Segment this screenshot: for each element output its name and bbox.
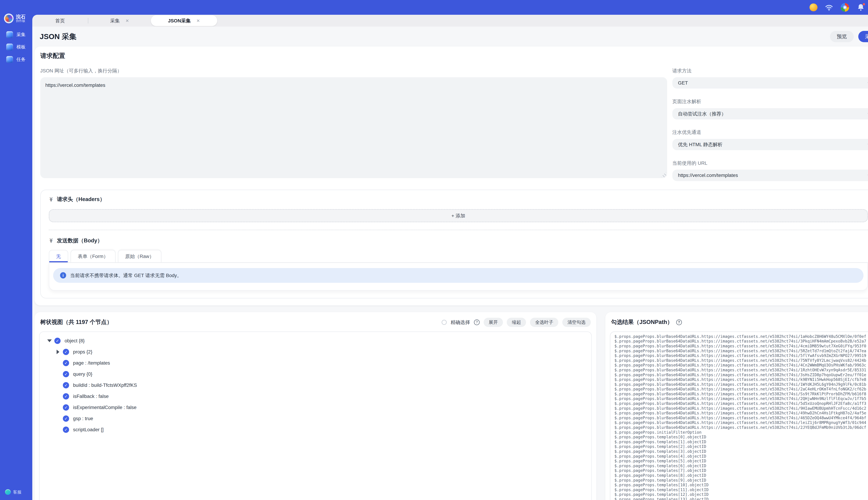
collect-button[interactable]: 采集: [858, 31, 868, 42]
jsonpath-line: $.props.pageProps.templates[7].objectID: [614, 468, 868, 473]
body-info-banner: i 当前请求不携带请求体。通常 GET 请求无需 Body。: [53, 268, 863, 283]
node-checkbox[interactable]: ✓: [63, 360, 69, 366]
info-icon: i: [60, 272, 66, 279]
node-checkbox[interactable]: ✓: [63, 416, 69, 422]
current-url-label: 当前使用的 URL: [672, 160, 868, 166]
jsonpath-result-card: 勾选结果（JSONPath） ? $.props.pageProps.blurB…: [605, 312, 868, 500]
jsonpath-line: $.props.pageProps.blurBase64DataURLs.htt…: [614, 363, 868, 368]
tree-node[interactable]: ✓object {8}: [39, 335, 591, 346]
body-tab-form[interactable]: 表单（Form）: [70, 250, 116, 262]
node-checkbox[interactable]: ✓: [63, 427, 69, 433]
close-tab-icon[interactable]: ✕: [126, 18, 129, 23]
jsonpath-line: $.props.pageProps.templates[11].objectID: [614, 488, 868, 492]
jsonpath-line: $.props.pageProps.blurBase64DataURLs.htt…: [614, 411, 868, 416]
tree-node[interactable]: ✓query {0}: [39, 368, 591, 380]
request-config-card: 请求配置 JSON 网址（可多行输入，换行分隔） https://vercel.…: [35, 46, 868, 305]
tab-json-collect[interactable]: JSON采集✕: [151, 15, 217, 26]
close-tab-icon[interactable]: ✕: [196, 18, 200, 23]
node-checkbox[interactable]: ✓: [63, 371, 69, 377]
body-tab-raw[interactable]: 原始（Raw）: [118, 250, 161, 262]
node-label: isFallback : false: [73, 394, 109, 399]
hydration-select[interactable]: 自动尝试注水（推荐）: [672, 108, 868, 120]
jsonpath-line: $.props.pageProps.blurBase64DataURLs.htt…: [614, 420, 868, 425]
node-checkbox[interactable]: ✓: [63, 382, 69, 388]
coin-icon[interactable]: [810, 3, 818, 11]
tab-label: JSON采集: [168, 18, 191, 24]
page-header: JSON 采集 预览 采集: [35, 26, 868, 46]
body-tabs: 无表单（Form）原始（Raw）: [49, 250, 868, 263]
browser-icon[interactable]: [841, 3, 849, 12]
sidebar-item-collect[interactable]: 采集: [0, 28, 32, 41]
notification-bell-icon[interactable]: [857, 3, 865, 12]
priority-select[interactable]: 优先 HTML 静态解析: [672, 139, 868, 150]
headers-body-box: ≫ 请求头（Headers） + 添加 ≫ 发送数据（Body） 无表单（For…: [40, 190, 868, 299]
json-url-area: https://vercel.com/templates: [40, 77, 667, 178]
node-label: gsp : true: [73, 416, 93, 421]
jsonpath-line: $.props.pageProps.templates[13].objectID: [614, 497, 868, 500]
node-label: object {8}: [65, 338, 85, 343]
sidebar-item-label: 采集: [16, 32, 25, 38]
divider: [49, 230, 868, 230]
app-title: 浣石: [16, 14, 25, 19]
clear-selection-button[interactable]: 清空勾选: [562, 318, 591, 327]
node-label: props {2}: [73, 349, 92, 355]
node-checkbox[interactable]: ✓: [63, 349, 69, 355]
support-label: 客服: [13, 489, 22, 495]
jsonpath-line: $.props.pageProps.blurBase64DataURLs.htt…: [614, 377, 868, 382]
page-title: JSON 采集: [40, 32, 77, 42]
add-header-button[interactable]: + 添加: [49, 209, 868, 222]
jsonpath-line: $.props.pageProps.blurBase64DataURLs.htt…: [614, 425, 868, 430]
caret-down-icon[interactable]: [47, 339, 52, 342]
tree-node[interactable]: ✓gsp : true: [39, 413, 591, 424]
tab-label: 首页: [55, 18, 65, 24]
tab-home[interactable]: 首页: [32, 15, 88, 27]
network-icon[interactable]: [825, 3, 833, 12]
help-icon[interactable]: ?: [474, 319, 480, 325]
tree-node[interactable]: ✓isFallback : false: [39, 391, 591, 402]
help-icon[interactable]: ?: [676, 319, 682, 325]
jsonpath-line: $.props.pageProps.blurBase64DataURLs.htt…: [614, 339, 868, 344]
jsonpath-line: $.props.pageProps.blurBase64DataURLs.htt…: [614, 406, 868, 411]
collapse-button[interactable]: 缩起: [507, 318, 526, 327]
sidebar-item-template[interactable]: 模板: [0, 41, 32, 53]
tree-controls: 精确选择 ? 展开缩起全选叶子清空勾选: [442, 318, 591, 327]
node-label: isExperimentalCompile : false: [73, 405, 137, 410]
sidebar: 浣石 协作版 采集模板任务 客服: [0, 0, 32, 500]
tree-node[interactable]: ✓page : /templates: [39, 357, 591, 368]
node-checkbox[interactable]: ✓: [54, 338, 60, 344]
preview-button[interactable]: 预览: [830, 31, 854, 42]
tab-label: 采集: [110, 18, 120, 24]
method-select[interactable]: GET: [672, 77, 868, 89]
support-button[interactable]: 客服: [5, 489, 22, 495]
jsonpath-line: $.props.pageProps.templates[5].objectID: [614, 459, 868, 464]
logo-icon: [4, 13, 14, 23]
jsonpath-lines: $.props.pageProps.blurBase64DataURLs.htt…: [614, 334, 868, 500]
body-tab-none[interactable]: 无: [49, 250, 68, 262]
select-all-leaves-button[interactable]: 全选叶子: [530, 318, 558, 327]
current-url-select[interactable]: https://vercel.com/templates: [672, 170, 868, 181]
collapse-chevrons-icon[interactable]: ≫: [48, 197, 54, 202]
jsonpath-code-box[interactable]: $.props.pageProps.blurBase64DataURLs.htt…: [610, 331, 868, 500]
hydration-label: 页面注水解析: [672, 98, 868, 105]
collapse-chevrons-icon[interactable]: ≫: [48, 238, 54, 243]
node-checkbox[interactable]: ✓: [63, 404, 69, 411]
app-window: 浣石 协作版 采集模板任务 客服 首页采集✕JSON采集✕ JSON 采集 预览…: [0, 0, 868, 500]
tree-box: ✓object {8}✓props {2}✓page : /templates✓…: [39, 331, 592, 500]
priority-label: 注水优先通道: [672, 129, 868, 135]
node-label: page : /templates: [73, 360, 110, 366]
tree-node[interactable]: ✓buildId : build-TfctsWXpff2fKS: [39, 380, 591, 391]
method-label: 请求方法: [672, 68, 868, 74]
precise-select-checkbox[interactable]: [442, 320, 447, 325]
sidebar-item-task[interactable]: 任务: [0, 53, 32, 66]
tab-collect[interactable]: 采集✕: [88, 15, 151, 27]
caret-right-icon[interactable]: [56, 350, 60, 354]
tree-node[interactable]: ✓scriptLoader []: [39, 424, 591, 435]
node-checkbox[interactable]: ✓: [63, 393, 69, 399]
tree-node[interactable]: ✓isExperimentalCompile : false: [39, 402, 591, 413]
collect-cube-icon: [6, 31, 13, 38]
jsonpath-line: $.props.pageProps.blurBase64DataURLs.htt…: [614, 401, 868, 406]
expand-button[interactable]: 展开: [484, 318, 503, 327]
jsonpath-line: $.props.pageProps.blurBase64DataURLs.htt…: [614, 373, 868, 377]
json-url-input[interactable]: https://vercel.com/templates: [40, 77, 667, 178]
tree-node[interactable]: ✓props {2}: [39, 346, 591, 357]
